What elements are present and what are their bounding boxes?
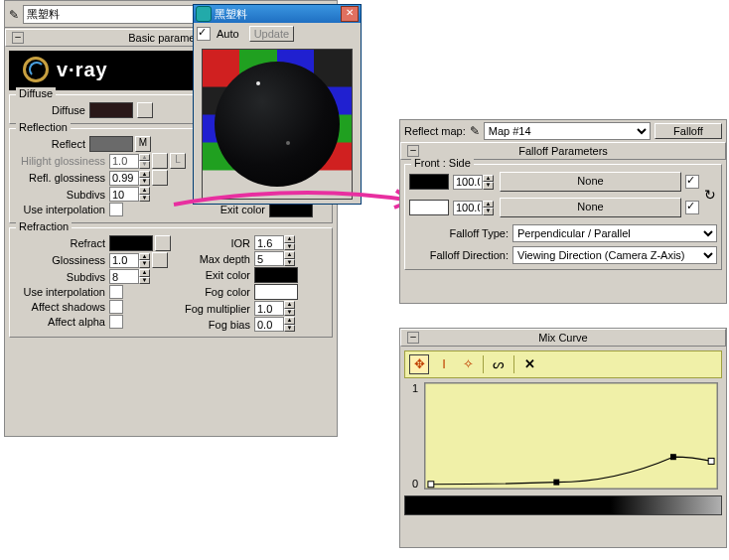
refl-gloss-map-slot[interactable] xyxy=(152,170,168,186)
eyedropper-icon[interactable]: ✎ xyxy=(9,8,19,22)
front-side-group: Front : Side ▲▼ None xyxy=(404,164,722,270)
refract-color-swatch[interactable] xyxy=(109,235,153,251)
falloff-params-title: Falloff Parameters xyxy=(518,145,608,157)
mix-gradient-preview xyxy=(404,495,722,515)
hilight-map-slot[interactable] xyxy=(152,153,168,169)
refr-exitcolor-label: Exit color xyxy=(171,269,254,281)
svg-rect-1 xyxy=(428,482,434,488)
curve-scale-tool[interactable]: I xyxy=(435,355,453,373)
reflect-color-swatch[interactable] xyxy=(89,136,133,152)
affect-alpha-label: Affect alpha xyxy=(14,316,109,328)
ior-label: IOR xyxy=(171,237,254,249)
diffuse-legend: Diffuse xyxy=(16,87,56,99)
vray-logo-icon xyxy=(23,57,49,82)
fog-bias-spinner[interactable]: ▲▼ xyxy=(254,317,295,332)
svg-rect-2 xyxy=(553,480,559,486)
refraction-group: Refraction Refract Glossiness ▲▼ xyxy=(9,227,333,338)
hilight-lock[interactable]: L xyxy=(170,153,186,169)
rollout-toggle-icon[interactable]: – xyxy=(407,332,419,344)
front-side-legend: Front : Side xyxy=(411,157,474,169)
material-preview-window[interactable]: 黑塑料 ✕ Auto Update xyxy=(193,4,362,205)
mix-curve-rollout[interactable]: – Mix Curve xyxy=(400,329,726,347)
side-enable-checkbox[interactable] xyxy=(685,201,699,214)
curve-y0-label: 0 xyxy=(412,478,418,490)
refr-subdivs-label: Subdivs xyxy=(14,271,109,283)
curve-toolbar: ✥ I ✧ ᔕ ✕ xyxy=(404,350,722,378)
hilight-gloss-label: Hilight glossiness xyxy=(14,155,109,167)
reflect-map-button[interactable]: M xyxy=(135,136,151,152)
affect-alpha-checkbox[interactable] xyxy=(109,315,123,329)
fog-color-label: Fog color xyxy=(171,286,254,298)
toolbar-separator xyxy=(513,355,514,373)
reflection-legend: Reflection xyxy=(16,121,71,133)
refr-subdivs-spinner[interactable]: ▲▼ xyxy=(109,269,150,284)
update-button[interactable]: Update xyxy=(249,26,294,42)
refl-interp-checkbox[interactable] xyxy=(109,203,123,216)
diffuse-map-slot[interactable] xyxy=(137,102,153,118)
close-icon[interactable]: ✕ xyxy=(341,6,359,22)
refl-subdivs-label: Subdivs xyxy=(14,189,109,201)
diffuse-label: Diffuse xyxy=(14,104,89,116)
refl-interp-label: Use interpolation xyxy=(14,204,109,215)
refl-gloss-spinner[interactable]: ▲▼ xyxy=(109,171,150,186)
rollout-toggle-icon[interactable]: – xyxy=(12,32,24,44)
rollout-toggle-icon[interactable]: – xyxy=(407,145,419,157)
auto-checkbox[interactable] xyxy=(197,27,211,41)
ior-spinner[interactable]: ▲▼ xyxy=(254,235,295,250)
refr-interp-label: Use interpolation xyxy=(14,286,109,298)
map-name-dropdown[interactable]: Map #14 xyxy=(484,122,651,140)
falloff-type-button[interactable]: Falloff xyxy=(655,123,722,139)
refr-gloss-label: Glossiness xyxy=(14,254,109,266)
curve-bezier-tool[interactable]: ᔕ xyxy=(490,355,508,373)
fog-mult-label: Fog multiplier xyxy=(171,303,254,315)
preview-sphere xyxy=(215,62,340,187)
refr-exitcolor-swatch[interactable] xyxy=(254,267,298,283)
fog-color-swatch[interactable] xyxy=(254,284,298,300)
falloff-dir-dropdown[interactable]: Viewing Direction (Camera Z-Axis) xyxy=(512,246,717,264)
curve-y1-label: 1 xyxy=(412,382,418,394)
front-map-button[interactable]: None xyxy=(500,172,681,192)
refract-label: Refract xyxy=(14,237,109,249)
falloff-type-label: Falloff Type: xyxy=(409,227,512,239)
preview-title: 黑塑料 xyxy=(215,7,247,22)
refr-gloss-spinner[interactable]: ▲▼ xyxy=(109,253,150,268)
fog-mult-spinner[interactable]: ▲▼ xyxy=(254,301,295,316)
front-amount-spinner[interactable]: ▲▼ xyxy=(453,175,494,190)
affect-shadows-label: Affect shadows xyxy=(14,301,109,313)
svg-rect-3 xyxy=(670,454,676,460)
side-amount-spinner[interactable]: ▲▼ xyxy=(453,201,494,215)
app-icon xyxy=(196,6,212,22)
mix-curve-title: Mix Curve xyxy=(538,332,588,344)
refr-maxdepth-spinner[interactable]: ▲▼ xyxy=(254,251,295,266)
hilight-gloss-spinner[interactable]: ▲▼ xyxy=(109,154,150,169)
curve-add-point-tool[interactable]: ✧ xyxy=(459,355,477,373)
affect-shadows-checkbox[interactable] xyxy=(109,300,123,314)
falloff-dir-label: Falloff Direction: xyxy=(409,249,512,261)
diffuse-color-swatch[interactable] xyxy=(89,102,133,118)
refl-gloss-label: Refl. glossiness xyxy=(14,172,109,184)
refl-subdivs-spinner[interactable]: ▲▼ xyxy=(109,187,150,202)
svg-rect-0 xyxy=(425,383,717,489)
swap-colors-icon[interactable]: ↻ xyxy=(703,185,717,205)
curve-move-tool[interactable]: ✥ xyxy=(409,354,429,374)
mix-curve-canvas[interactable] xyxy=(424,382,718,490)
refr-maxdepth-label: Max depth xyxy=(171,253,254,265)
front-enable-checkbox[interactable] xyxy=(685,175,699,189)
side-map-button[interactable]: None xyxy=(500,198,681,217)
material-preview xyxy=(202,49,353,200)
eyedropper-icon[interactable]: ✎ xyxy=(470,124,480,138)
svg-rect-4 xyxy=(708,458,714,464)
falloff-type-dropdown[interactable]: Perpendicular / Parallel xyxy=(512,224,717,242)
refract-map-slot[interactable] xyxy=(155,235,171,251)
refr-gloss-map-slot[interactable] xyxy=(152,252,168,268)
auto-label: Auto xyxy=(217,28,239,40)
side-color-swatch[interactable] xyxy=(409,200,449,215)
fog-bias-label: Fog bias xyxy=(171,319,254,331)
reflect-map-label: Reflect map: xyxy=(404,125,466,137)
refr-interp-checkbox[interactable] xyxy=(109,285,123,299)
toolbar-separator xyxy=(483,355,484,373)
front-color-swatch[interactable] xyxy=(409,174,449,190)
curve-delete-tool[interactable]: ✕ xyxy=(520,355,538,373)
refraction-legend: Refraction xyxy=(16,220,72,232)
reflect-label: Reflect xyxy=(14,138,89,150)
